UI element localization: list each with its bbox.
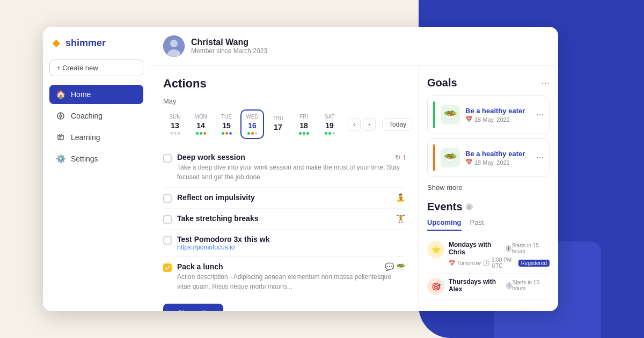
goal-image-1: 🥗 [441, 105, 460, 124]
goals-header: Goals ⋯ [427, 77, 550, 89]
goal-card-2[interactable]: 🥗 Be a healthy eater 📅 18 May, 2022 ⋯ [427, 138, 550, 177]
cal-day-sun[interactable]: SUN 13 [163, 111, 187, 138]
checkbox-pomodoro[interactable] [163, 236, 172, 245]
nav-learning-label: Learning [71, 133, 100, 142]
cal-day-sat[interactable]: SAT 19 [318, 111, 341, 138]
main-body: Actions May SUN 13 MON 14 [150, 66, 558, 311]
sidebar-item-learning[interactable]: Learning [49, 128, 143, 147]
events-tabs: Upcoming Past [427, 218, 550, 231]
reflect-emoji: 🧘 [396, 193, 405, 202]
action-desc-deep-work: Take a deep dive into your work session … [177, 163, 405, 182]
action-item-lunch: Pack a lunch 💬 🥗 Action description - Ad… [163, 257, 405, 297]
goal-date-2: 📅 18 May, 2022 [465, 159, 531, 166]
goal-bar-1 [433, 101, 435, 128]
user-since: Member since March 2023 [191, 47, 267, 55]
main-content: Christal Wang Member since March 2023 Ac… [150, 27, 558, 311]
checkbox-deep-work[interactable] [163, 154, 172, 163]
sidebar-item-settings[interactable]: ⚙️ Settings [49, 149, 143, 168]
avatar [163, 35, 185, 57]
event-starts-2: Starts in 15 hours [512, 280, 550, 291]
settings-icon: ⚙️ [56, 154, 65, 164]
action-item-pomodoro: Test Pomodoro 3x this wk https://pomofoc… [163, 230, 405, 257]
action-desc-lunch: Action description - Adipiscing aenean e… [177, 272, 405, 291]
actions-panel: Actions May SUN 13 MON 14 [150, 66, 419, 311]
cal-day-thu[interactable]: THU 17 [266, 112, 290, 137]
events-title: Events [427, 201, 463, 213]
goal-card-1[interactable]: 🥗 Be a healthy eater 📅 18 May, 2022 ⋯ [427, 95, 550, 134]
cal-day-wed[interactable]: WED 16 [240, 109, 264, 139]
goal-more-2[interactable]: ⋯ [536, 153, 544, 162]
learning-icon [56, 133, 65, 142]
app-window: shimmer + Create new 🏠 Home Coaching [43, 27, 558, 311]
today-button[interactable]: Today [382, 118, 413, 131]
goal-name-2: Be a healthy eater [465, 150, 531, 158]
cal-day-fri[interactable]: FRI 18 [292, 111, 316, 138]
goal-name-1: Be a healthy eater [465, 107, 531, 115]
action-item-stretching: Take stretching breaks 🏋️ [163, 209, 405, 230]
cal-prev-button[interactable]: ‹ [348, 118, 361, 131]
user-info: Christal Wang Member since March 2023 [191, 38, 267, 55]
salad-icon: 🥗 [396, 262, 405, 271]
logo: shimmer [49, 38, 143, 49]
event-time-1: 3:00 PM UTC [492, 257, 516, 269]
tab-past[interactable]: Past [470, 218, 484, 231]
event-name-1: Mondays with Chris [449, 241, 503, 256]
checkbox-stretching[interactable] [163, 215, 172, 224]
action-name-stretching: Take stretching breaks [177, 214, 258, 223]
calendar-nav: ‹ › [348, 118, 376, 131]
calendar-week: SUN 13 MON 14 TUE 15 [163, 109, 405, 139]
checkbox-reflect[interactable] [163, 194, 172, 203]
tab-upcoming[interactable]: Upcoming [427, 218, 462, 231]
nav-coaching-label: Coaching [71, 112, 103, 120]
nav-settings-label: Settings [71, 155, 98, 163]
stretching-emoji: 🏋️ [396, 214, 405, 223]
goals-more-button[interactable]: ⋯ [541, 78, 550, 88]
show-more-goals[interactable]: Show more [427, 183, 463, 192]
right-panel: Goals ⋯ 🥗 Be a healthy eater 📅 18 May, 2… [419, 66, 558, 311]
sidebar-item-coaching[interactable]: Coaching [49, 106, 143, 126]
event-avatar-1: ⭐ [427, 241, 444, 258]
events-info-icon: i [466, 203, 473, 210]
actions-title: Actions [163, 77, 405, 91]
svg-point-2 [60, 115, 62, 117]
event-info-icon-2: i [506, 282, 513, 289]
goal-bar-2 [433, 144, 435, 171]
goal-image-2: 🥗 [441, 148, 460, 167]
event-info-icon-1: i [506, 245, 512, 252]
event-card-2: 🎯 Thursdays with Alex i Starts in 15 hou… [427, 274, 550, 300]
create-new-button[interactable]: + Create new [49, 60, 143, 76]
coaching-icon [56, 111, 65, 121]
sidebar-item-home[interactable]: 🏠 Home [49, 85, 143, 104]
user-header: Christal Wang Member since March 2023 [150, 27, 558, 66]
action-name-pomodoro: Test Pomodoro 3x this wk [177, 235, 269, 244]
action-item-deep-work: Deep work session ↻ ! Take a deep dive i… [163, 148, 405, 188]
svg-rect-5 [58, 135, 63, 139]
event-when-1: Tomorrow [457, 260, 481, 266]
sidebar: shimmer + Create new 🏠 Home Coaching [43, 27, 150, 311]
cal-day-tue[interactable]: TUE 15 [215, 111, 238, 138]
refresh-icon: ↻ [395, 153, 401, 161]
cal-next-button[interactable]: › [363, 118, 376, 131]
event-starts-1: Starts in 15 hours [511, 243, 550, 254]
checkbox-lunch[interactable] [163, 263, 172, 272]
home-icon: 🏠 [56, 90, 65, 99]
events-section: Events i Upcoming Past ⭐ Mondays with Ch… [427, 201, 550, 300]
goal-date-1: 📅 18 May, 2022 [465, 116, 531, 123]
events-title-row: Events i [427, 201, 550, 213]
goal-more-1[interactable]: ⋯ [536, 111, 544, 119]
event-name-2: Thursdays with Alex [449, 278, 504, 293]
calendar-section: May SUN 13 MON 14 TUE [163, 97, 405, 139]
goals-section: Goals ⋯ 🥗 Be a healthy eater 📅 18 May, 2… [427, 77, 550, 192]
cal-day-mon[interactable]: MON 14 [189, 111, 213, 138]
calendar-month: May [163, 97, 405, 105]
goals-title: Goals [427, 77, 457, 89]
event-card-1: ⭐ Mondays with Chris i Starts in 15 hour… [427, 237, 550, 274]
new-action-button[interactable]: + New action [163, 304, 223, 311]
event-meta-1: 📅 Tomorrow 🕒 3:00 PM UTC Registered [449, 257, 550, 269]
action-link-pomodoro[interactable]: https://pomofocus.io [177, 244, 405, 251]
create-new-label: + Create new [56, 64, 98, 72]
svg-point-9 [170, 40, 178, 47]
event-avatar-2: 🎯 [427, 278, 444, 295]
event-registered-1: Registered [518, 260, 550, 267]
user-name: Christal Wang [191, 38, 267, 47]
